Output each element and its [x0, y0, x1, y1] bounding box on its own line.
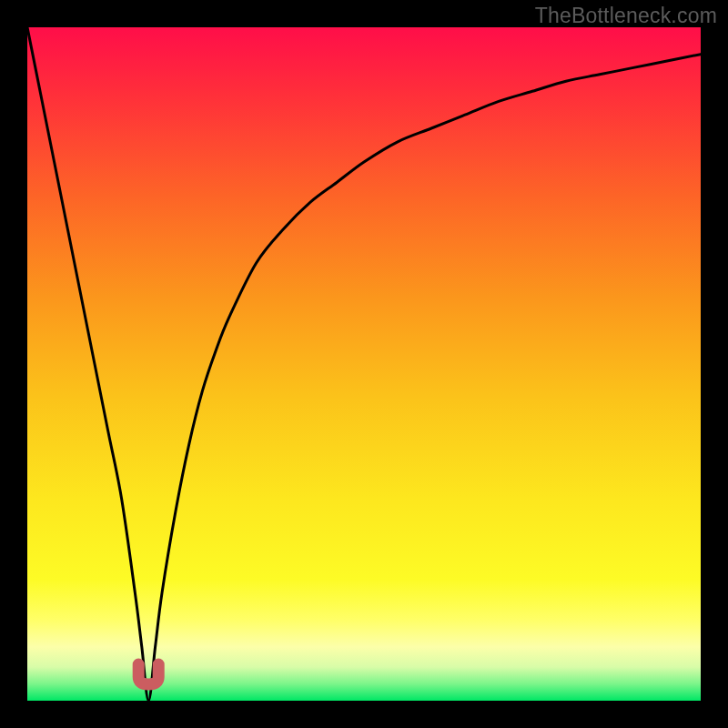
plot-area [27, 27, 701, 701]
bottleneck-curve [27, 27, 701, 701]
minimum-marker [138, 664, 158, 684]
chart-svg [27, 27, 701, 701]
watermark-text: TheBottleneck.com [535, 4, 717, 28]
outer-frame: TheBottleneck.com [0, 0, 728, 728]
